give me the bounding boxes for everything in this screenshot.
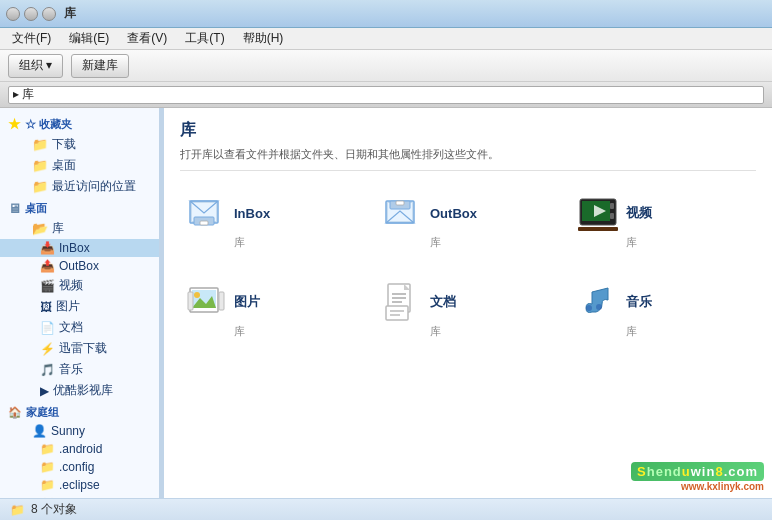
library-item-inner-inbox: InBox — [186, 193, 270, 233]
sidebar-label-eclipse: .eclipse — [59, 478, 100, 492]
menu-file[interactable]: 文件(F) — [4, 28, 59, 49]
desktop-label: 桌面 — [25, 201, 47, 216]
homegroup-label: 家庭组 — [26, 405, 59, 420]
document-lib-type: 库 — [430, 324, 441, 339]
sidebar-item-download[interactable]: 📁 下载 — [0, 134, 159, 155]
window-controls[interactable] — [6, 7, 56, 21]
folder-icon: 📁 — [32, 179, 48, 194]
sidebar-item-library[interactable]: 📂 库 — [0, 218, 159, 239]
favorites-label: ☆ 收藏夹 — [25, 117, 72, 132]
maximize-btn[interactable] — [42, 7, 56, 21]
picture-icon: 🖼 — [40, 300, 52, 314]
svg-rect-9 — [396, 201, 404, 205]
picture-lib-type: 库 — [234, 324, 245, 339]
menu-edit[interactable]: 编辑(E) — [61, 28, 117, 49]
sidebar-item-picture[interactable]: 🖼 图片 — [0, 296, 159, 317]
desktop-icon: 🖥 — [8, 201, 21, 216]
content-area: 库 打开库以查看文件并根据文件夹、日期和其他属性排列这些文件。 I — [164, 108, 772, 498]
inbox-lib-type: 库 — [234, 235, 245, 250]
svg-rect-20 — [188, 292, 193, 310]
svg-rect-15 — [578, 227, 618, 231]
library-grid: InBox 库 OutBox — [180, 187, 756, 345]
sidebar-label-android: .android — [59, 442, 102, 456]
sidebar: ★ ☆ 收藏夹 📁 下载 📁 桌面 📁 最近访问的位置 🖥 桌面 📂 库 📥 I… — [0, 108, 160, 498]
library-item-inner-video: 视频 — [578, 193, 652, 233]
svg-point-30 — [586, 305, 592, 311]
sidebar-item-youku[interactable]: ▶ 优酷影视库 — [0, 380, 159, 401]
sidebar-item-music[interactable]: 🎵 音乐 — [0, 359, 159, 380]
library-item-inbox[interactable]: InBox 库 — [180, 187, 364, 256]
folder-icon-small: 📁 — [40, 442, 55, 456]
sidebar-label-config: .config — [59, 460, 94, 474]
picture-lib-name: 图片 — [234, 293, 260, 311]
new-library-button[interactable]: 新建库 — [71, 54, 129, 78]
video-lib-icon — [578, 193, 618, 233]
sidebar-label-library: 库 — [52, 220, 64, 237]
sidebar-label-recent: 最近访问的位置 — [52, 178, 136, 195]
outbox-lib-type: 库 — [430, 235, 441, 250]
svg-rect-4 — [200, 221, 208, 225]
menu-tools[interactable]: 工具(T) — [177, 28, 232, 49]
organize-button[interactable]: 组织 ▾ — [8, 54, 63, 78]
sidebar-item-desktop-fav[interactable]: 📁 桌面 — [0, 155, 159, 176]
svg-rect-13 — [610, 203, 614, 209]
status-text: 8 个对象 — [31, 501, 77, 518]
address-path[interactable]: ▸ 库 — [8, 86, 764, 104]
status-bar: 📁 8 个对象 — [0, 498, 772, 520]
address-bar: ▸ 库 — [0, 82, 772, 108]
homegroup-section[interactable]: 🏠 家庭组 — [0, 401, 159, 422]
sidebar-label-document: 文档 — [59, 319, 83, 336]
close-btn[interactable] — [6, 7, 20, 21]
sidebar-label-download: 下载 — [52, 136, 76, 153]
menu-view[interactable]: 查看(V) — [119, 28, 175, 49]
library-item-inner-outbox: OutBox — [382, 193, 477, 233]
menu-help[interactable]: 帮助(H) — [235, 28, 292, 49]
sidebar-item-eclipse[interactable]: 📁 .eclipse — [0, 476, 159, 494]
folder-icon: 📁 — [32, 158, 48, 173]
sidebar-item-recent[interactable]: 📁 最近访问的位置 — [0, 176, 159, 197]
sidebar-item-sunny[interactable]: 👤 Sunny — [0, 422, 159, 440]
library-item-music[interactable]: 音乐 库 — [572, 276, 756, 345]
library-folder-icon: 📂 — [32, 221, 48, 236]
music-lib-type: 库 — [626, 324, 637, 339]
svg-rect-27 — [386, 306, 408, 320]
library-item-document[interactable]: 文档 库 — [376, 276, 560, 345]
sidebar-item-android[interactable]: 📁 .android — [0, 440, 159, 458]
library-item-video[interactable]: 视频 库 — [572, 187, 756, 256]
content-description: 打开库以查看文件并根据文件夹、日期和其他属性排列这些文件。 — [180, 147, 756, 171]
user-icon: 👤 — [32, 424, 47, 438]
sidebar-item-video[interactable]: 🎬 视频 — [0, 275, 159, 296]
picture-lib-icon — [186, 282, 226, 322]
sidebar-label-youku: 优酷影视库 — [53, 382, 113, 399]
inbox-icon: 📥 — [40, 241, 55, 255]
library-item-outbox[interactable]: OutBox 库 — [376, 187, 560, 256]
sidebar-item-document[interactable]: 📄 文档 — [0, 317, 159, 338]
sidebar-label-outbox: OutBox — [59, 259, 99, 273]
sidebar-item-thunder[interactable]: ⚡ 迅雷下载 — [0, 338, 159, 359]
svg-point-18 — [194, 292, 200, 298]
content-title: 库 — [180, 120, 756, 141]
homegroup-icon: 🏠 — [8, 406, 22, 419]
music-lib-icon — [578, 282, 618, 322]
menu-bar: 文件(F) 编辑(E) 查看(V) 工具(T) 帮助(H) — [0, 28, 772, 50]
sidebar-item-inbox[interactable]: 📥 InBox — [0, 239, 159, 257]
sidebar-item-outbox[interactable]: 📤 OutBox — [0, 257, 159, 275]
favorites-section[interactable]: ★ ☆ 收藏夹 — [0, 112, 159, 134]
library-item-inner-document: 文档 — [382, 282, 456, 322]
document-icon: 📄 — [40, 321, 55, 335]
sidebar-item-config[interactable]: 📁 .config — [0, 458, 159, 476]
sidebar-label-music: 音乐 — [59, 361, 83, 378]
desktop-section[interactable]: 🖥 桌面 — [0, 197, 159, 218]
library-item-picture[interactable]: 图片 库 — [180, 276, 364, 345]
title-bar: 库 — [0, 0, 772, 28]
svg-point-31 — [596, 304, 602, 310]
outbox-lib-icon — [382, 193, 422, 233]
library-item-inner-picture: 图片 — [186, 282, 260, 322]
outbox-icon: 📤 — [40, 259, 55, 273]
inbox-lib-name: InBox — [234, 206, 270, 221]
document-lib-icon — [382, 282, 422, 322]
minimize-btn[interactable] — [24, 7, 38, 21]
folder-icon-small: 📁 — [40, 478, 55, 492]
status-icon: 📁 — [10, 503, 25, 517]
library-item-inner-music: 音乐 — [578, 282, 652, 322]
